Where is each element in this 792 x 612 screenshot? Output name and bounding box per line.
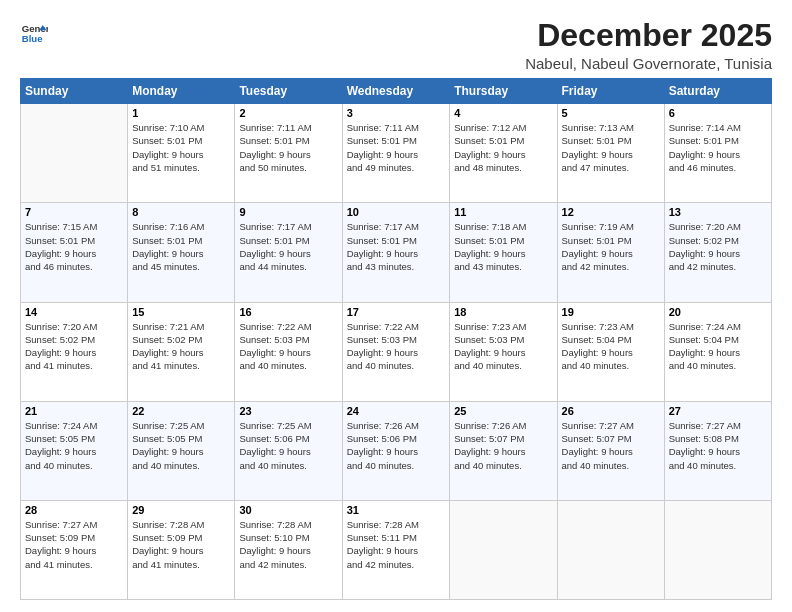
calendar-cell: 3Sunrise: 7:11 AMSunset: 5:01 PMDaylight… — [342, 104, 450, 203]
svg-text:Blue: Blue — [22, 33, 43, 44]
day-number: 20 — [669, 306, 767, 318]
calendar-cell: 22Sunrise: 7:25 AMSunset: 5:05 PMDayligh… — [128, 401, 235, 500]
day-number: 12 — [562, 206, 660, 218]
calendar-cell: 16Sunrise: 7:22 AMSunset: 5:03 PMDayligh… — [235, 302, 342, 401]
day-info: Sunrise: 7:28 AMSunset: 5:09 PMDaylight:… — [132, 518, 230, 571]
calendar-week-5: 28Sunrise: 7:27 AMSunset: 5:09 PMDayligh… — [21, 500, 772, 599]
calendar-cell: 14Sunrise: 7:20 AMSunset: 5:02 PMDayligh… — [21, 302, 128, 401]
day-number: 1 — [132, 107, 230, 119]
day-number: 9 — [239, 206, 337, 218]
calendar-cell: 2Sunrise: 7:11 AMSunset: 5:01 PMDaylight… — [235, 104, 342, 203]
calendar-week-4: 21Sunrise: 7:24 AMSunset: 5:05 PMDayligh… — [21, 401, 772, 500]
calendar-cell: 11Sunrise: 7:18 AMSunset: 5:01 PMDayligh… — [450, 203, 557, 302]
day-info: Sunrise: 7:22 AMSunset: 5:03 PMDaylight:… — [347, 320, 446, 373]
day-info: Sunrise: 7:25 AMSunset: 5:06 PMDaylight:… — [239, 419, 337, 472]
day-number: 7 — [25, 206, 123, 218]
day-info: Sunrise: 7:10 AMSunset: 5:01 PMDaylight:… — [132, 121, 230, 174]
main-title: December 2025 — [525, 18, 772, 53]
calendar-cell: 6Sunrise: 7:14 AMSunset: 5:01 PMDaylight… — [664, 104, 771, 203]
day-number: 21 — [25, 405, 123, 417]
day-info: Sunrise: 7:14 AMSunset: 5:01 PMDaylight:… — [669, 121, 767, 174]
day-number: 23 — [239, 405, 337, 417]
day-number: 4 — [454, 107, 552, 119]
calendar-cell: 18Sunrise: 7:23 AMSunset: 5:03 PMDayligh… — [450, 302, 557, 401]
col-thursday: Thursday — [450, 79, 557, 104]
day-info: Sunrise: 7:20 AMSunset: 5:02 PMDaylight:… — [25, 320, 123, 373]
day-number: 26 — [562, 405, 660, 417]
calendar-week-2: 7Sunrise: 7:15 AMSunset: 5:01 PMDaylight… — [21, 203, 772, 302]
day-info: Sunrise: 7:26 AMSunset: 5:07 PMDaylight:… — [454, 419, 552, 472]
calendar-cell — [664, 500, 771, 599]
calendar-cell: 10Sunrise: 7:17 AMSunset: 5:01 PMDayligh… — [342, 203, 450, 302]
calendar-week-1: 1Sunrise: 7:10 AMSunset: 5:01 PMDaylight… — [21, 104, 772, 203]
day-number: 31 — [347, 504, 446, 516]
calendar-table: Sunday Monday Tuesday Wednesday Thursday… — [20, 78, 772, 600]
calendar-cell: 8Sunrise: 7:16 AMSunset: 5:01 PMDaylight… — [128, 203, 235, 302]
day-info: Sunrise: 7:28 AMSunset: 5:10 PMDaylight:… — [239, 518, 337, 571]
day-info: Sunrise: 7:22 AMSunset: 5:03 PMDaylight:… — [239, 320, 337, 373]
day-info: Sunrise: 7:27 AMSunset: 5:09 PMDaylight:… — [25, 518, 123, 571]
day-info: Sunrise: 7:27 AMSunset: 5:08 PMDaylight:… — [669, 419, 767, 472]
day-number: 2 — [239, 107, 337, 119]
day-info: Sunrise: 7:23 AMSunset: 5:03 PMDaylight:… — [454, 320, 552, 373]
title-block: December 2025 Nabeul, Nabeul Governorate… — [525, 18, 772, 72]
day-number: 30 — [239, 504, 337, 516]
day-number: 5 — [562, 107, 660, 119]
calendar-cell: 28Sunrise: 7:27 AMSunset: 5:09 PMDayligh… — [21, 500, 128, 599]
calendar-cell: 26Sunrise: 7:27 AMSunset: 5:07 PMDayligh… — [557, 401, 664, 500]
day-info: Sunrise: 7:18 AMSunset: 5:01 PMDaylight:… — [454, 220, 552, 273]
day-number: 14 — [25, 306, 123, 318]
day-info: Sunrise: 7:11 AMSunset: 5:01 PMDaylight:… — [239, 121, 337, 174]
day-info: Sunrise: 7:25 AMSunset: 5:05 PMDaylight:… — [132, 419, 230, 472]
header: General Blue December 2025 Nabeul, Nabeu… — [20, 18, 772, 72]
day-info: Sunrise: 7:12 AMSunset: 5:01 PMDaylight:… — [454, 121, 552, 174]
calendar-cell: 13Sunrise: 7:20 AMSunset: 5:02 PMDayligh… — [664, 203, 771, 302]
col-tuesday: Tuesday — [235, 79, 342, 104]
day-number: 27 — [669, 405, 767, 417]
subtitle: Nabeul, Nabeul Governorate, Tunisia — [525, 55, 772, 72]
day-info: Sunrise: 7:20 AMSunset: 5:02 PMDaylight:… — [669, 220, 767, 273]
col-sunday: Sunday — [21, 79, 128, 104]
day-number: 17 — [347, 306, 446, 318]
day-number: 25 — [454, 405, 552, 417]
day-number: 18 — [454, 306, 552, 318]
calendar-cell: 23Sunrise: 7:25 AMSunset: 5:06 PMDayligh… — [235, 401, 342, 500]
logo-icon: General Blue — [20, 18, 48, 46]
calendar-week-3: 14Sunrise: 7:20 AMSunset: 5:02 PMDayligh… — [21, 302, 772, 401]
calendar-cell — [21, 104, 128, 203]
day-number: 6 — [669, 107, 767, 119]
calendar-cell: 31Sunrise: 7:28 AMSunset: 5:11 PMDayligh… — [342, 500, 450, 599]
calendar-cell: 27Sunrise: 7:27 AMSunset: 5:08 PMDayligh… — [664, 401, 771, 500]
day-info: Sunrise: 7:28 AMSunset: 5:11 PMDaylight:… — [347, 518, 446, 571]
day-info: Sunrise: 7:21 AMSunset: 5:02 PMDaylight:… — [132, 320, 230, 373]
day-number: 15 — [132, 306, 230, 318]
calendar-cell: 1Sunrise: 7:10 AMSunset: 5:01 PMDaylight… — [128, 104, 235, 203]
calendar-cell: 4Sunrise: 7:12 AMSunset: 5:01 PMDaylight… — [450, 104, 557, 203]
col-wednesday: Wednesday — [342, 79, 450, 104]
calendar-cell: 21Sunrise: 7:24 AMSunset: 5:05 PMDayligh… — [21, 401, 128, 500]
day-number: 11 — [454, 206, 552, 218]
calendar-cell: 19Sunrise: 7:23 AMSunset: 5:04 PMDayligh… — [557, 302, 664, 401]
day-number: 10 — [347, 206, 446, 218]
day-info: Sunrise: 7:15 AMSunset: 5:01 PMDaylight:… — [25, 220, 123, 273]
day-number: 3 — [347, 107, 446, 119]
col-monday: Monday — [128, 79, 235, 104]
calendar-cell: 24Sunrise: 7:26 AMSunset: 5:06 PMDayligh… — [342, 401, 450, 500]
col-friday: Friday — [557, 79, 664, 104]
col-saturday: Saturday — [664, 79, 771, 104]
day-number: 19 — [562, 306, 660, 318]
day-info: Sunrise: 7:13 AMSunset: 5:01 PMDaylight:… — [562, 121, 660, 174]
day-info: Sunrise: 7:19 AMSunset: 5:01 PMDaylight:… — [562, 220, 660, 273]
calendar-cell: 9Sunrise: 7:17 AMSunset: 5:01 PMDaylight… — [235, 203, 342, 302]
day-number: 29 — [132, 504, 230, 516]
day-number: 22 — [132, 405, 230, 417]
day-number: 16 — [239, 306, 337, 318]
calendar-cell: 20Sunrise: 7:24 AMSunset: 5:04 PMDayligh… — [664, 302, 771, 401]
calendar-cell: 5Sunrise: 7:13 AMSunset: 5:01 PMDaylight… — [557, 104, 664, 203]
day-info: Sunrise: 7:23 AMSunset: 5:04 PMDaylight:… — [562, 320, 660, 373]
page: General Blue December 2025 Nabeul, Nabeu… — [0, 0, 792, 612]
day-info: Sunrise: 7:27 AMSunset: 5:07 PMDaylight:… — [562, 419, 660, 472]
day-info: Sunrise: 7:17 AMSunset: 5:01 PMDaylight:… — [347, 220, 446, 273]
calendar-cell: 30Sunrise: 7:28 AMSunset: 5:10 PMDayligh… — [235, 500, 342, 599]
calendar-cell: 12Sunrise: 7:19 AMSunset: 5:01 PMDayligh… — [557, 203, 664, 302]
